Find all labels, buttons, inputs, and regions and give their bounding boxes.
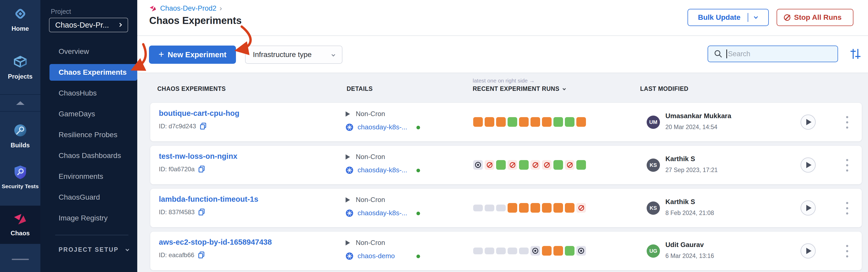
search-input[interactable]: [728, 50, 827, 58]
collapse-up-icon: [16, 101, 25, 105]
nav-item-label: Overview: [59, 47, 89, 56]
run-cell-stopped[interactable]: [530, 246, 540, 256]
last-modified-user: Karthik S: [665, 155, 695, 163]
run-cell-failed[interactable]: [542, 246, 552, 256]
bulk-update-button[interactable]: Bulk Update: [687, 9, 769, 26]
row-menu-button[interactable]: [842, 202, 852, 214]
nav-item-chaos-dashboards[interactable]: Chaos Dashboards: [40, 147, 137, 164]
run-cell-failed[interactable]: [553, 203, 563, 213]
run-cell-failed[interactable]: [565, 203, 575, 213]
project-selector[interactable]: Chaos-Dev-Pr...: [49, 18, 128, 32]
sidebar-resize-handle[interactable]: [12, 259, 29, 260]
run-cell-failed[interactable]: [542, 203, 552, 213]
run-cell-failed[interactable]: [542, 117, 552, 127]
run-cell-passed[interactable]: [553, 117, 563, 127]
project-section-label: Project: [51, 8, 71, 15]
run-cell-aborted[interactable]: [530, 160, 540, 170]
run-cell-passed[interactable]: [553, 160, 563, 170]
column-header-experiments: CHAOS EXPERIMENTS: [157, 86, 226, 92]
nav-item-gamedays[interactable]: GameDays: [40, 106, 137, 122]
run-cell-failed[interactable]: [519, 203, 529, 213]
last-modified-user: Udit Gaurav: [665, 241, 704, 249]
avatar: KS: [647, 201, 660, 215]
copy-icon[interactable]: [198, 166, 205, 173]
stop-all-runs-button[interactable]: Stop All Runs: [777, 9, 854, 26]
row-menu-button[interactable]: [842, 116, 852, 129]
copy-icon[interactable]: [198, 208, 205, 216]
run-cell-failed[interactable]: [553, 246, 563, 256]
sidebar-collapse-band[interactable]: [0, 95, 40, 111]
stop-sign-icon: [784, 14, 790, 21]
infrastructure-link[interactable]: chaos-demo: [358, 252, 395, 260]
infrastructure-type-select[interactable]: Infrastructure type: [245, 45, 342, 64]
infrastructure-link[interactable]: chaosday-k8s-...: [358, 166, 407, 174]
sidebar-module-security-tests[interactable]: Security Tests: [0, 165, 40, 190]
run-cell-passed[interactable]: [576, 160, 586, 170]
experiment-name-link[interactable]: boutique-cart-cpu-hog: [159, 109, 239, 117]
run-cell-aborted[interactable]: [576, 203, 586, 213]
run-cell-failed[interactable]: [507, 203, 517, 213]
project-setup-toggle[interactable]: PROJECT SETUP: [59, 246, 129, 253]
run-cell-aborted[interactable]: [507, 160, 517, 170]
run-cell-failed[interactable]: [530, 117, 540, 127]
schedule-type: Non-Cron: [346, 153, 385, 161]
run-cell-failed[interactable]: [576, 117, 586, 127]
kebab-dot: [846, 127, 848, 129]
copy-icon[interactable]: [200, 123, 207, 130]
nav-item-chaoshubs[interactable]: ChaosHubs: [40, 85, 137, 102]
run-experiment-button[interactable]: [801, 200, 816, 215]
nav-item-image-registry[interactable]: Image Registry: [40, 210, 137, 227]
run-cell-failed[interactable]: [519, 117, 529, 127]
play-icon: [806, 162, 811, 168]
run-cell-stopped[interactable]: [473, 160, 483, 170]
nav-item-chaos-experiments[interactable]: Chaos Experiments: [50, 64, 137, 81]
run-cell-failed[interactable]: [530, 203, 540, 213]
experiment-id-row: ID: d7c9d243: [159, 123, 207, 130]
run-cell-passed[interactable]: [519, 160, 529, 170]
run-cell-failed[interactable]: [485, 117, 494, 127]
run-cell-failed[interactable]: [473, 117, 483, 127]
row-menu-button[interactable]: [842, 159, 852, 172]
run-experiment-button[interactable]: [801, 158, 816, 173]
play-type-icon: [346, 240, 350, 245]
nav-item-resilience-probes[interactable]: Resilience Probes: [40, 127, 137, 143]
sidebar-module-home[interactable]: Home: [0, 6, 40, 32]
run-cell-aborted[interactable]: [565, 160, 575, 170]
run-cell-aborted[interactable]: [485, 160, 494, 170]
nav-item-overview[interactable]: Overview: [40, 43, 137, 60]
run-cell-stopped[interactable]: [576, 246, 586, 256]
run-cell-empty: [496, 205, 506, 211]
experiment-id-row: ID: f0a6720a: [159, 166, 205, 173]
module-sidebar: Home Projects Builds: [0, 0, 40, 272]
breadcrumb-link[interactable]: Chaos-Dev-Prod2: [160, 4, 216, 12]
experiment-name-link[interactable]: test-nw-loss-on-nginx: [159, 152, 237, 161]
copy-icon[interactable]: [198, 251, 205, 259]
sidebar-module-projects[interactable]: Projects: [0, 54, 40, 80]
filter-icon[interactable]: [849, 48, 862, 60]
run-experiment-button[interactable]: [801, 114, 816, 130]
kebab-dot: [846, 202, 848, 204]
run-cell-passed[interactable]: [507, 117, 517, 127]
sidebar-module-chaos[interactable]: Chaos: [0, 211, 40, 237]
infrastructure-link[interactable]: chaosday-k8s-...: [358, 209, 407, 217]
nav-item-environments[interactable]: Environments: [40, 168, 137, 185]
experiment-id: ID: f0a6720a: [159, 166, 194, 173]
infrastructure-link[interactable]: chaosday-k8s-...: [358, 123, 407, 131]
row-menu-button[interactable]: [842, 245, 852, 258]
run-cell-aborted[interactable]: [542, 160, 552, 170]
sidebar-module-builds[interactable]: Builds: [0, 123, 40, 149]
run-experiment-button[interactable]: [801, 243, 816, 259]
nav-item-label: Resilience Probes: [59, 131, 118, 139]
nav-item-chaosguard[interactable]: ChaosGuard: [40, 189, 137, 206]
chevron-down-icon[interactable]: [754, 14, 758, 19]
run-cell-passed[interactable]: [496, 160, 506, 170]
run-cell-passed[interactable]: [565, 246, 575, 256]
experiment-name-link[interactable]: lambda-function-timeout-1s: [159, 195, 258, 204]
run-cell-passed[interactable]: [565, 117, 575, 127]
experiment-name-link[interactable]: aws-ec2-stop-by-id-1658947438: [159, 238, 272, 246]
run-cell-failed[interactable]: [496, 117, 506, 127]
new-experiment-button[interactable]: + New Experiment: [149, 45, 236, 64]
sidebar-divider: [55, 235, 128, 235]
column-header-recent-runs[interactable]: RECENT EXPERIMENT RUNS: [473, 86, 565, 92]
avatar: UG: [647, 244, 660, 258]
